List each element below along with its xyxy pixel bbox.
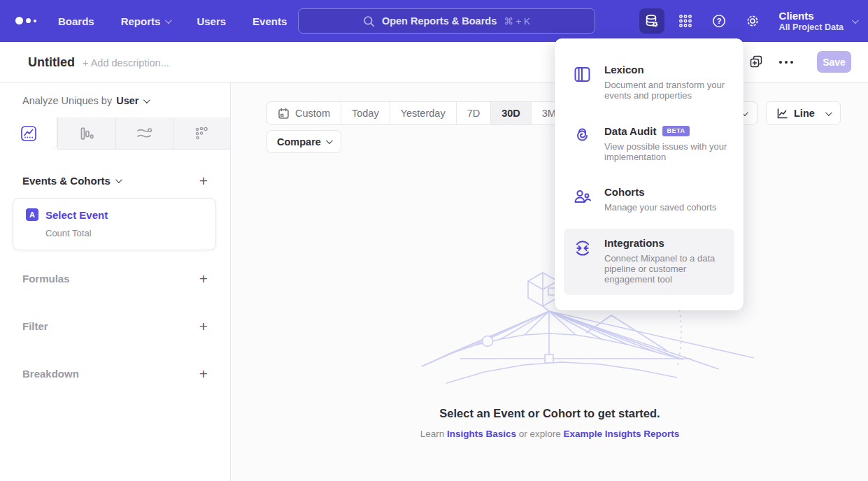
beta-badge: BETA: [662, 126, 689, 136]
top-navbar: Boards Reports Users Events Open Reports…: [0, 0, 868, 42]
data-management-popup: Lexicon Document and transform your even…: [555, 38, 744, 310]
date-label: 3M: [542, 108, 556, 119]
date-30d[interactable]: 30D: [490, 102, 531, 124]
nav-item-events[interactable]: Events: [252, 15, 287, 27]
date-yesterday[interactable]: Yesterday: [390, 102, 456, 124]
tab-insights-line[interactable]: [0, 117, 57, 150]
chevron-down-icon: [143, 96, 150, 103]
settings-button[interactable]: [740, 8, 765, 34]
apps-grid-button[interactable]: [673, 8, 698, 34]
date-label: 30D: [501, 108, 520, 119]
report-title[interactable]: Untitled: [28, 55, 75, 70]
chevron-down-icon: [165, 17, 172, 24]
date-range-control: Custom Today Yesterday 7D 30D 3M 6M: [266, 101, 603, 125]
add-breakdown-button[interactable]: +: [199, 369, 208, 379]
query-builder-sidebar: Analyze Uniques by User: [0, 82, 231, 481]
popup-item-title: Lexicon: [604, 64, 644, 76]
analyze-value: User: [116, 95, 138, 106]
event-card[interactable]: A Select Event Count Total: [13, 198, 216, 250]
search-placeholder: Open Reports & Boards: [382, 15, 497, 27]
search-icon: [363, 15, 375, 27]
nav-item-users[interactable]: Users: [197, 15, 226, 27]
apps-grid-icon: [678, 13, 693, 29]
insights-basics-link[interactable]: Insights Basics: [447, 429, 516, 439]
line-chart-icon: [776, 108, 788, 120]
formulas-section: Formulas +: [22, 273, 208, 285]
learn-prefix: Learn: [420, 429, 445, 439]
database-gear-icon: [644, 13, 660, 29]
chevron-down-icon: [825, 109, 832, 116]
breakdown-section: Breakdown +: [22, 368, 208, 380]
nav-label: Users: [197, 15, 226, 27]
mixpanel-logo-icon[interactable]: [15, 17, 36, 24]
integrations-sync-icon: [573, 238, 592, 258]
popup-item-lexicon[interactable]: Lexicon Document and transform your even…: [564, 55, 734, 111]
more-options-button[interactable]: [779, 61, 793, 64]
data-governance-button[interactable]: [639, 8, 664, 34]
add-description-field[interactable]: + Add description...: [83, 57, 169, 69]
events-cohorts-label[interactable]: Events & Cohorts: [22, 175, 111, 187]
popup-item-cohorts[interactable]: Cohorts Manage your saved cohorts: [564, 178, 734, 222]
save-button[interactable]: Save: [817, 51, 851, 73]
report-canvas: Custom Today Yesterday 7D 30D 3M 6M Comp…: [232, 82, 868, 481]
compare-dropdown[interactable]: Compare: [266, 130, 341, 153]
chart-style-label: Line: [794, 108, 815, 119]
add-filter-button[interactable]: +: [199, 322, 208, 331]
nav-item-reports[interactable]: Reports: [121, 15, 171, 27]
global-search-input[interactable]: Open Reports & Boards ⌘ + K: [298, 8, 595, 34]
breakdown-label: Breakdown: [22, 368, 79, 380]
help-button[interactable]: ?: [706, 8, 732, 34]
flow-chart-tab-icon: [136, 124, 153, 142]
formulas-label: Formulas: [22, 273, 70, 285]
popup-item-desc: View possible issues with your implement…: [604, 141, 727, 163]
date-today[interactable]: Today: [341, 102, 390, 124]
or-explore-text: or explore: [519, 429, 561, 439]
duplicate-button[interactable]: [750, 55, 763, 71]
chevron-down-icon: [326, 137, 333, 144]
select-event-button[interactable]: Select Event: [45, 209, 108, 221]
tab-flow-chart[interactable]: [115, 117, 173, 150]
date-label: 7D: [467, 108, 481, 119]
popup-item-title: Data Audit: [604, 125, 656, 137]
calendar-icon: [278, 108, 290, 120]
popup-item-title: Cohorts: [604, 186, 645, 198]
empty-state-links: Learn Insights Basics or explore Example…: [232, 429, 868, 439]
date-custom[interactable]: Custom: [267, 102, 341, 124]
analyze-by-dropdown[interactable]: User: [116, 95, 148, 106]
add-formula-button[interactable]: +: [199, 274, 208, 284]
svg-text:?: ?: [716, 17, 721, 25]
filter-label: Filter: [22, 320, 48, 332]
tab-dot-grid-chart[interactable]: [173, 117, 230, 150]
add-event-button[interactable]: +: [199, 176, 208, 186]
analyze-prefix: Analyze Uniques by: [22, 95, 112, 106]
chevron-down-icon: [852, 17, 859, 24]
project-switcher[interactable]: Clients All Project Data: [779, 10, 857, 33]
nav-label: Reports: [121, 15, 161, 27]
chart-style-dropdown[interactable]: Line: [766, 101, 841, 125]
date-label: Custom: [295, 108, 330, 119]
data-audit-icon: [573, 127, 592, 145]
copy-plus-icon: [750, 55, 763, 69]
empty-state-heading: Select an Event or Cohort to get started…: [232, 407, 868, 420]
lexicon-book-icon: [573, 65, 592, 84]
date-7d[interactable]: 7D: [456, 102, 491, 124]
event-series-badge: A: [26, 208, 38, 221]
project-name: Clients: [779, 10, 844, 23]
nav-label: Events: [252, 15, 287, 27]
dot-grid-tab-icon: [193, 125, 210, 142]
cohorts-users-icon: [573, 187, 592, 207]
line-chart-tab-icon: [20, 125, 37, 142]
compare-label: Compare: [277, 136, 321, 148]
popup-item-data-audit[interactable]: Data Audit BETA View possible issues wit…: [564, 117, 734, 173]
project-scope: All Project Data: [779, 22, 844, 32]
tab-bar-chart[interactable]: [57, 117, 115, 150]
popup-item-integrations[interactable]: Integrations Connect Mixpanel to a data …: [564, 229, 734, 295]
example-insights-reports-link[interactable]: Example Insights Reports: [564, 429, 680, 439]
date-label: Today: [352, 108, 379, 119]
chevron-down-icon: [115, 176, 122, 183]
date-label: Yesterday: [401, 108, 446, 119]
popup-item-desc: Connect Mixpanel to a data pipeline or c…: [604, 253, 727, 285]
count-total-dropdown[interactable]: Count Total: [45, 228, 204, 238]
chart-type-tabs: [0, 117, 230, 150]
nav-item-boards[interactable]: Boards: [58, 15, 94, 27]
